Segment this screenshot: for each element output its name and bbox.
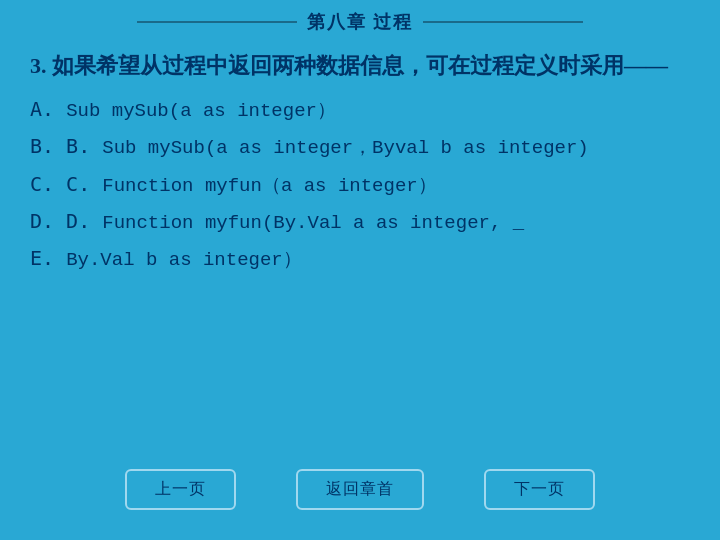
option-a-code: Sub mySub(a as integer） [66,100,336,122]
option-d: D. D. Function myfun(By.Val a as integer… [30,204,690,239]
home-button[interactable]: 返回章首 [296,469,424,510]
option-c-code: Function myfun（a as integer） [102,175,436,197]
option-d-label: D. D. [30,209,90,233]
question-text: 3. 如果希望从过程中返回两种数据信息，可在过程定义时采用—— [30,49,690,82]
header-line-right [423,21,583,23]
option-e-label: E. [30,246,54,270]
navigation-footer: 上一页 返回章首 下一页 [0,469,720,510]
option-c-label: C. C. [30,172,90,196]
next-button[interactable]: 下一页 [484,469,595,510]
option-b-code: Sub mySub(a as integer，Byval b as intege… [102,137,588,159]
option-e-code: By.Val b as integer） [66,249,302,271]
header-line-left [137,21,297,23]
main-content: 3. 如果希望从过程中返回两种数据信息，可在过程定义时采用—— A. Sub m… [0,44,720,288]
chapter-title: 第八章 过程 [307,10,414,34]
prev-button[interactable]: 上一页 [125,469,236,510]
option-c: C. C. Function myfun（a as integer） [30,167,690,202]
option-a-label: A. [30,97,54,121]
option-e: E. By.Val b as integer） [30,241,690,276]
option-b-label: B. B. [30,134,90,158]
option-b: B. B. Sub mySub(a as integer，Byval b as … [30,129,690,164]
page-header: 第八章 过程 [0,0,720,44]
option-a: A. Sub mySub(a as integer） [30,92,690,127]
option-d-code: Function myfun(By.Val a as integer, _ [102,212,524,234]
